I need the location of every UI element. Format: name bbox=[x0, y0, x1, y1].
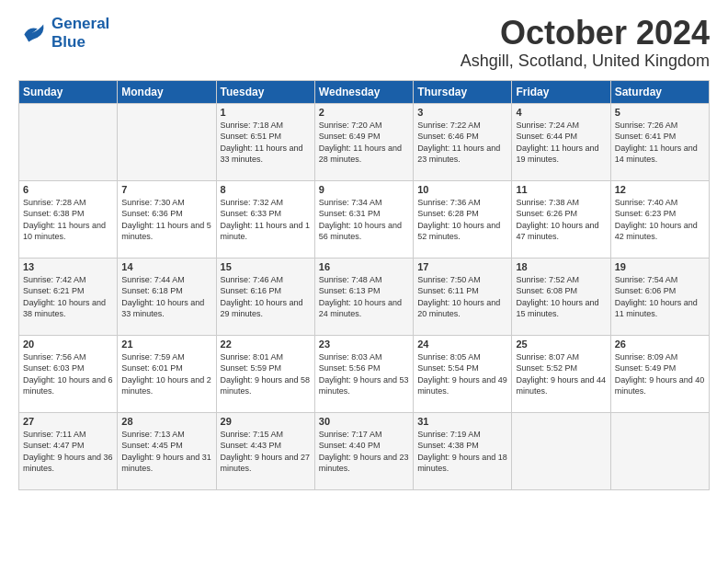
day-info: Sunrise: 7:30 AMSunset: 6:36 PMDaylight:… bbox=[121, 197, 211, 243]
calendar-week-row: 1Sunrise: 7:18 AMSunset: 6:51 PMDaylight… bbox=[19, 103, 710, 180]
day-number: 11 bbox=[516, 184, 606, 195]
day-number: 25 bbox=[516, 339, 606, 350]
day-info: Sunrise: 7:28 AMSunset: 6:38 PMDaylight:… bbox=[23, 197, 113, 243]
day-info: Sunrise: 7:11 AMSunset: 4:47 PMDaylight:… bbox=[23, 429, 113, 475]
calendar-cell: 13Sunrise: 7:42 AMSunset: 6:21 PMDayligh… bbox=[19, 258, 118, 335]
day-number: 19 bbox=[615, 261, 705, 272]
day-info: Sunrise: 7:44 AMSunset: 6:18 PMDaylight:… bbox=[121, 274, 211, 320]
day-info: Sunrise: 7:50 AMSunset: 6:11 PMDaylight:… bbox=[417, 274, 507, 320]
calendar-cell: 21Sunrise: 7:59 AMSunset: 6:01 PMDayligh… bbox=[118, 335, 216, 412]
weekday-header: Monday bbox=[118, 80, 216, 103]
weekday-header: Friday bbox=[512, 80, 610, 103]
day-info: Sunrise: 7:17 AMSunset: 4:40 PMDaylight:… bbox=[319, 429, 409, 475]
day-info: Sunrise: 7:15 AMSunset: 4:43 PMDaylight:… bbox=[221, 429, 311, 475]
day-info: Sunrise: 7:34 AMSunset: 6:31 PMDaylight:… bbox=[319, 197, 409, 243]
day-number: 15 bbox=[221, 261, 311, 272]
weekday-header: Saturday bbox=[610, 80, 709, 103]
day-number: 16 bbox=[319, 261, 409, 272]
day-info: Sunrise: 8:07 AMSunset: 5:52 PMDaylight:… bbox=[516, 351, 606, 397]
day-info: Sunrise: 8:09 AMSunset: 5:49 PMDaylight:… bbox=[615, 351, 705, 397]
day-number: 24 bbox=[417, 339, 507, 350]
day-number: 28 bbox=[121, 416, 211, 427]
day-number: 30 bbox=[319, 416, 409, 427]
day-number: 17 bbox=[417, 261, 507, 272]
weekday-header: Thursday bbox=[414, 80, 512, 103]
calendar-cell: 30Sunrise: 7:17 AMSunset: 4:40 PMDayligh… bbox=[314, 412, 413, 489]
weekday-header: Tuesday bbox=[216, 80, 314, 103]
calendar-cell: 29Sunrise: 7:15 AMSunset: 4:43 PMDayligh… bbox=[216, 412, 314, 489]
calendar-cell: 2Sunrise: 7:20 AMSunset: 6:49 PMDaylight… bbox=[314, 103, 413, 180]
calendar-cell: 16Sunrise: 7:48 AMSunset: 6:13 PMDayligh… bbox=[314, 258, 413, 335]
logo-text: General Blue bbox=[51, 15, 109, 52]
day-info: Sunrise: 7:24 AMSunset: 6:44 PMDaylight:… bbox=[516, 120, 606, 166]
day-number: 22 bbox=[221, 339, 311, 350]
calendar-cell bbox=[19, 103, 118, 180]
calendar-cell: 8Sunrise: 7:32 AMSunset: 6:33 PMDaylight… bbox=[216, 180, 314, 258]
day-number: 31 bbox=[417, 416, 507, 427]
title-block: October 2024 Ashgill, Scotland, United K… bbox=[461, 15, 710, 71]
day-number: 18 bbox=[516, 261, 606, 272]
day-number: 29 bbox=[221, 416, 311, 427]
calendar-week-row: 13Sunrise: 7:42 AMSunset: 6:21 PMDayligh… bbox=[19, 258, 710, 335]
calendar-cell: 9Sunrise: 7:34 AMSunset: 6:31 PMDaylight… bbox=[314, 180, 413, 258]
calendar-cell: 20Sunrise: 7:56 AMSunset: 6:03 PMDayligh… bbox=[19, 335, 118, 412]
day-info: Sunrise: 7:59 AMSunset: 6:01 PMDaylight:… bbox=[121, 351, 211, 397]
day-info: Sunrise: 7:56 AMSunset: 6:03 PMDaylight:… bbox=[23, 351, 113, 397]
day-number: 2 bbox=[319, 107, 409, 118]
day-info: Sunrise: 7:48 AMSunset: 6:13 PMDaylight:… bbox=[319, 274, 409, 320]
day-info: Sunrise: 7:46 AMSunset: 6:16 PMDaylight:… bbox=[221, 274, 311, 320]
day-number: 5 bbox=[615, 107, 705, 118]
day-info: Sunrise: 8:05 AMSunset: 5:54 PMDaylight:… bbox=[417, 351, 507, 397]
calendar-week-row: 20Sunrise: 7:56 AMSunset: 6:03 PMDayligh… bbox=[19, 335, 710, 412]
day-number: 4 bbox=[516, 107, 606, 118]
calendar-cell bbox=[512, 412, 610, 489]
day-number: 13 bbox=[23, 261, 113, 272]
location-title: Ashgill, Scotland, United Kingdom bbox=[461, 52, 710, 71]
calendar-cell bbox=[610, 412, 709, 489]
day-info: Sunrise: 7:54 AMSunset: 6:06 PMDaylight:… bbox=[615, 274, 705, 320]
day-number: 12 bbox=[615, 184, 705, 195]
calendar-cell: 10Sunrise: 7:36 AMSunset: 6:28 PMDayligh… bbox=[414, 180, 512, 258]
day-number: 27 bbox=[23, 416, 113, 427]
day-info: Sunrise: 7:32 AMSunset: 6:33 PMDaylight:… bbox=[221, 197, 311, 243]
logo-icon bbox=[18, 18, 48, 48]
day-info: Sunrise: 7:20 AMSunset: 6:49 PMDaylight:… bbox=[319, 120, 409, 166]
day-info: Sunrise: 7:19 AMSunset: 4:38 PMDaylight:… bbox=[417, 429, 507, 475]
day-number: 10 bbox=[417, 184, 507, 195]
day-number: 6 bbox=[23, 184, 113, 195]
day-info: Sunrise: 7:38 AMSunset: 6:26 PMDaylight:… bbox=[516, 197, 606, 243]
calendar-week-row: 6Sunrise: 7:28 AMSunset: 6:38 PMDaylight… bbox=[19, 180, 710, 258]
calendar-cell: 18Sunrise: 7:52 AMSunset: 6:08 PMDayligh… bbox=[512, 258, 610, 335]
day-info: Sunrise: 7:36 AMSunset: 6:28 PMDaylight:… bbox=[417, 197, 507, 243]
calendar-week-row: 27Sunrise: 7:11 AMSunset: 4:47 PMDayligh… bbox=[19, 412, 710, 489]
calendar-cell: 7Sunrise: 7:30 AMSunset: 6:36 PMDaylight… bbox=[118, 180, 216, 258]
calendar-cell: 3Sunrise: 7:22 AMSunset: 6:46 PMDaylight… bbox=[414, 103, 512, 180]
month-title: October 2024 bbox=[461, 15, 710, 52]
calendar-cell: 12Sunrise: 7:40 AMSunset: 6:23 PMDayligh… bbox=[610, 180, 709, 258]
calendar-cell: 23Sunrise: 8:03 AMSunset: 5:56 PMDayligh… bbox=[314, 335, 413, 412]
calendar-cell: 5Sunrise: 7:26 AMSunset: 6:41 PMDaylight… bbox=[610, 103, 709, 180]
day-number: 20 bbox=[23, 339, 113, 350]
calendar-cell: 17Sunrise: 7:50 AMSunset: 6:11 PMDayligh… bbox=[414, 258, 512, 335]
calendar-cell: 6Sunrise: 7:28 AMSunset: 6:38 PMDaylight… bbox=[19, 180, 118, 258]
header: General Blue October 2024 Ashgill, Scotl… bbox=[18, 15, 710, 71]
day-info: Sunrise: 7:52 AMSunset: 6:08 PMDaylight:… bbox=[516, 274, 606, 320]
calendar-cell: 1Sunrise: 7:18 AMSunset: 6:51 PMDaylight… bbox=[216, 103, 314, 180]
day-number: 8 bbox=[221, 184, 311, 195]
day-number: 7 bbox=[121, 184, 211, 195]
day-info: Sunrise: 7:18 AMSunset: 6:51 PMDaylight:… bbox=[221, 120, 311, 166]
calendar-cell bbox=[118, 103, 216, 180]
main-container: General Blue October 2024 Ashgill, Scotl… bbox=[0, 0, 728, 500]
calendar-cell: 24Sunrise: 8:05 AMSunset: 5:54 PMDayligh… bbox=[414, 335, 512, 412]
day-info: Sunrise: 7:40 AMSunset: 6:23 PMDaylight:… bbox=[615, 197, 705, 243]
calendar-cell: 27Sunrise: 7:11 AMSunset: 4:47 PMDayligh… bbox=[19, 412, 118, 489]
day-number: 21 bbox=[121, 339, 211, 350]
day-number: 26 bbox=[615, 339, 705, 350]
day-info: Sunrise: 8:03 AMSunset: 5:56 PMDaylight:… bbox=[319, 351, 409, 397]
day-number: 3 bbox=[417, 107, 507, 118]
calendar-cell: 25Sunrise: 8:07 AMSunset: 5:52 PMDayligh… bbox=[512, 335, 610, 412]
day-number: 23 bbox=[319, 339, 409, 350]
calendar-cell: 11Sunrise: 7:38 AMSunset: 6:26 PMDayligh… bbox=[512, 180, 610, 258]
calendar-cell: 15Sunrise: 7:46 AMSunset: 6:16 PMDayligh… bbox=[216, 258, 314, 335]
day-number: 1 bbox=[221, 107, 311, 118]
